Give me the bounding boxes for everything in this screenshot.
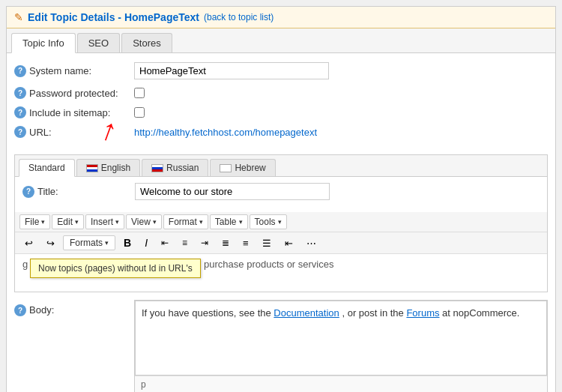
form-section: ? System name: ? Password protected: ? I… xyxy=(7,53,555,154)
redo-button[interactable]: ↪ xyxy=(41,235,60,251)
help-icon-sitemap[interactable]: ? xyxy=(14,106,26,118)
format-menu[interactable]: Format▾ xyxy=(163,214,208,229)
password-protected-checkbox[interactable] xyxy=(134,88,145,98)
table-chevron: ▾ xyxy=(239,218,243,226)
back-link[interactable]: (back to topic list) xyxy=(204,12,274,22)
content-form: ? Title: xyxy=(15,177,547,212)
password-protected-row: ? Password protected: xyxy=(14,87,548,99)
edit-menu[interactable]: Edit▾ xyxy=(52,214,84,229)
tab-seo[interactable]: SEO xyxy=(77,33,120,52)
edit-chevron: ▾ xyxy=(75,218,79,226)
body-section: ? Body: If you have questions, see the D… xyxy=(7,300,555,392)
more-button[interactable]: ⋯ xyxy=(301,235,321,251)
url-label: ? URL: xyxy=(14,126,134,138)
body-editor[interactable]: If you have questions, see the Documenta… xyxy=(135,301,547,376)
system-name-row: ? System name: xyxy=(14,62,548,79)
main-tabs: Topic Info SEO Stores xyxy=(7,28,555,53)
formats-chevron: ▾ xyxy=(105,239,109,247)
title-bar: ✎ Edit Topic Details - HomePageText (bac… xyxy=(7,7,555,28)
tools-chevron: ▾ xyxy=(278,218,282,226)
italic-button[interactable]: I xyxy=(139,235,153,251)
align-center-button[interactable]: ≡ xyxy=(177,235,193,250)
file-chevron: ▾ xyxy=(41,218,45,226)
bullet-list-button[interactable]: ≡ xyxy=(238,235,254,251)
flag-english xyxy=(86,164,98,172)
edit-icon: ✎ xyxy=(14,11,23,23)
numbered-list-button[interactable]: ☰ xyxy=(257,235,277,251)
help-icon-password[interactable]: ? xyxy=(14,87,26,99)
sitemap-row: ? Include in sitemap: xyxy=(14,106,548,118)
outdent-button[interactable]: ⇤ xyxy=(280,235,298,251)
editor-body: g is the process consumers go through to… xyxy=(15,254,547,292)
page-wrapper: ✎ Edit Topic Details - HomePageText (bac… xyxy=(6,6,556,392)
editor-toolbar-2: ↩ ↪ Formats ▾ B I ⇤ ≡ ⇥ ≣ ≡ ☰ ⇤ ⋯ xyxy=(15,232,547,254)
insert-menu[interactable]: Insert▾ xyxy=(85,214,124,229)
password-protected-label: ? Password protected: xyxy=(14,87,134,99)
title-label: ? Title: xyxy=(22,186,135,198)
align-right-button[interactable]: ⇥ xyxy=(196,235,214,250)
title-row: ? Title: xyxy=(22,183,540,200)
forums-link[interactable]: Forums xyxy=(406,307,439,319)
file-menu[interactable]: File▾ xyxy=(19,214,50,229)
sitemap-checkbox[interactable] xyxy=(134,107,145,118)
tab-stores[interactable]: Stores xyxy=(121,33,172,52)
lang-tab-hebrew[interactable]: Hebrew xyxy=(210,159,275,176)
body-label: ? Body: xyxy=(14,300,134,392)
lang-tab-standard[interactable]: Standard xyxy=(19,159,75,177)
title-input[interactable] xyxy=(135,183,330,200)
view-menu[interactable]: View▾ xyxy=(126,214,162,229)
align-left-button[interactable]: ⇤ xyxy=(156,235,174,250)
formats-dropdown[interactable]: Formats ▾ xyxy=(63,235,115,250)
help-icon-title[interactable]: ? xyxy=(22,186,34,198)
lang-tab-english[interactable]: English ↑ xyxy=(76,159,140,176)
table-menu[interactable]: Table▾ xyxy=(210,214,248,229)
system-name-label: ? System name: xyxy=(14,65,134,77)
system-name-input[interactable] xyxy=(134,62,329,79)
sitemap-label: ? Include in sitemap: xyxy=(14,106,134,118)
insert-chevron: ▾ xyxy=(115,218,119,226)
lang-tab-russian[interactable]: Russian xyxy=(142,159,208,176)
flag-hebrew xyxy=(220,164,232,172)
content-area: Standard English ↑ Russian Hebrew ? xyxy=(14,154,548,292)
body-editor-container: If you have questions, see the Documenta… xyxy=(134,300,548,392)
format-chevron: ▾ xyxy=(199,218,203,226)
undo-button[interactable]: ↩ xyxy=(19,235,38,251)
help-icon-system-name[interactable]: ? xyxy=(14,65,26,77)
tab-topic-info[interactable]: Topic Info xyxy=(11,33,76,53)
bold-button[interactable]: B xyxy=(118,235,136,251)
url-link[interactable]: http://healthy.fetchhost.com/homepagetex… xyxy=(134,127,317,138)
help-icon-body[interactable]: ? xyxy=(14,304,26,316)
view-chevron: ▾ xyxy=(153,218,157,226)
editor-toolbar-1: File▾ Edit▾ Insert▾ View▾ Format▾ Table▾… xyxy=(15,212,547,232)
flag-russian xyxy=(151,164,163,172)
lang-tabs: Standard English ↑ Russian Hebrew xyxy=(15,155,547,177)
page-title: Edit Topic Details - HomePageText xyxy=(28,11,199,23)
tools-menu[interactable]: Tools▾ xyxy=(250,214,287,229)
tooltip-box: Now topics (pages) without Id in URL's xyxy=(30,259,201,278)
editor-footer: p xyxy=(135,376,547,392)
documentation-link[interactable]: Documentation xyxy=(274,307,339,319)
url-row: ? URL: http://healthy.fetchhost.com/home… xyxy=(14,126,548,138)
help-icon-url[interactable]: ? xyxy=(14,126,26,138)
align-justify-button[interactable]: ≣ xyxy=(217,235,235,250)
